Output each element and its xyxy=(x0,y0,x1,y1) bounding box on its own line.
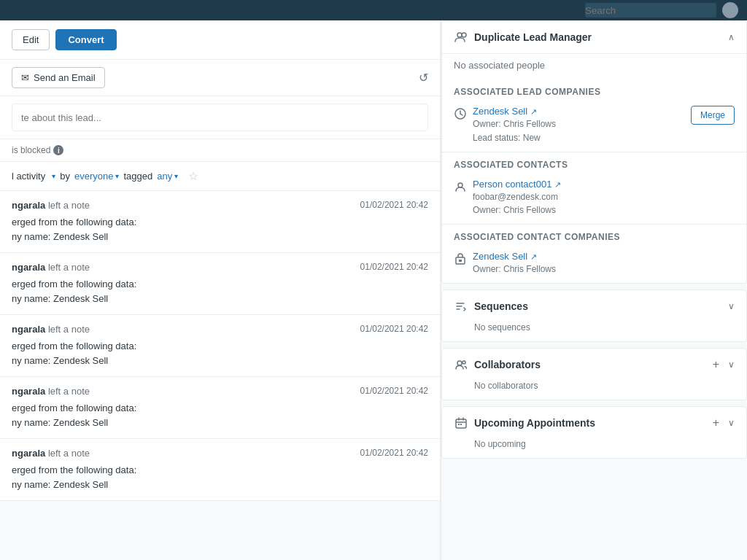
contact-row: Person contact001 ↗ foobar@zendesk.com O… xyxy=(442,174,746,225)
contact-company-row: Zendesk Sell ↗ Owner: Chris Fellows xyxy=(442,246,746,283)
lead-company-owner: Owner: Chris Fellows xyxy=(473,118,556,131)
no-collaborators: No collaborators xyxy=(442,381,746,400)
contact-company-details: Zendesk Sell ↗ Owner: Chris Fellows xyxy=(473,251,556,276)
collaborators-add-icon[interactable]: + xyxy=(713,358,719,371)
contact-company-external-link-icon: ↗ xyxy=(530,252,537,261)
send-email-label: Send an Email xyxy=(34,72,96,83)
associated-lead-companies-label: Associated lead companies xyxy=(442,79,746,101)
contact-company-name[interactable]: Zendesk Sell ↗ xyxy=(473,251,556,262)
lead-company-row: Zendesk Sell ↗ Owner: Chris Fellows Lead… xyxy=(442,101,746,152)
activity-by: by xyxy=(60,171,70,182)
activity-header: ngarala left a note 01/02/2021 20:42 xyxy=(12,386,428,397)
activity-timestamp: 01/02/2021 20:42 xyxy=(360,200,428,210)
contact-name[interactable]: Person contact001 ↗ xyxy=(473,179,561,190)
edit-button[interactable]: Edit xyxy=(12,29,50,50)
svg-point-6 xyxy=(457,361,462,365)
activity-feed: ngarala left a note 01/02/2021 20:42 erg… xyxy=(0,191,440,560)
right-panel: Duplicate Lead Manager ∧ No associated p… xyxy=(441,20,747,560)
activity-header: ngarala left a note 01/02/2021 20:42 xyxy=(12,262,428,273)
svg-point-7 xyxy=(462,361,465,364)
sequences-header[interactable]: Sequences ∨ xyxy=(442,290,746,322)
action-row: ✉ Send an Email ↺ xyxy=(0,60,440,96)
tagged-label: any xyxy=(157,171,172,182)
activity-author: ngarala left a note xyxy=(12,386,90,397)
activity-body: erged from the following data:ny name: Z… xyxy=(12,401,428,429)
activity-author: ngarala left a note xyxy=(12,448,90,459)
associated-contacts-label: Associated contacts xyxy=(442,152,746,174)
no-associated-people: No associated people xyxy=(442,54,746,79)
convert-button[interactable]: Convert xyxy=(55,29,116,50)
merge-button[interactable]: Merge xyxy=(691,106,735,125)
appointments-chevron-icon[interactable]: ∨ xyxy=(728,418,735,428)
chevron-down-icon-3: ▾ xyxy=(174,172,178,180)
chevron-down-icon-2: ▾ xyxy=(115,172,119,180)
avatar xyxy=(722,2,738,18)
activity-line: ny name: Zendesk Sell xyxy=(12,354,428,368)
activity-item: ngarala left a note 01/02/2021 20:42 erg… xyxy=(0,439,440,501)
collaborators-icon xyxy=(454,357,468,372)
top-nav xyxy=(0,0,747,20)
associated-contact-companies-label: Associated contact companies xyxy=(442,225,746,246)
duplicate-lead-manager-title: Duplicate Lead Manager xyxy=(474,31,722,43)
activity-type: left a note xyxy=(48,448,90,459)
activity-line: ny name: Zendesk Sell xyxy=(12,416,428,430)
sequences-title: Sequences xyxy=(474,300,722,312)
everyone-dropdown[interactable]: everyone ▾ xyxy=(74,171,119,182)
activity-prefix: l activity xyxy=(12,171,45,182)
activity-body: erged from the following data:ny name: Z… xyxy=(12,215,428,244)
contact-email: foobar@zendesk.com xyxy=(473,191,561,203)
activity-line: erged from the following data: xyxy=(12,463,428,478)
activity-body: erged from the following data:ny name: Z… xyxy=(12,463,428,491)
blocked-notice: is blocked i xyxy=(0,139,440,162)
no-sequences: No sequences xyxy=(442,322,746,341)
chevron-down-icon: ▾ xyxy=(52,172,55,180)
svg-point-3 xyxy=(458,183,462,187)
activity-line: erged from the following data: xyxy=(12,401,428,416)
activity-body: erged from the following data:ny name: Z… xyxy=(12,277,428,306)
appointments-add-icon[interactable]: + xyxy=(713,416,719,429)
activity-author: ngarala left a note xyxy=(12,324,90,335)
everyone-label: everyone xyxy=(74,171,113,182)
activity-item: ngarala left a note 01/02/2021 20:42 erg… xyxy=(0,315,440,377)
note-input-area xyxy=(0,96,440,139)
main-container: Edit Convert ✉ Send an Email ↺ is blocke… xyxy=(0,20,747,560)
lead-company-icon xyxy=(454,107,467,120)
contact-external-link-icon: ↗ xyxy=(554,180,561,189)
svg-rect-9 xyxy=(458,424,460,425)
contact-details: Person contact001 ↗ foobar@zendesk.com O… xyxy=(473,179,561,217)
activity-filter: l activity ▾ by everyone ▾ tagged any ▾ … xyxy=(0,162,440,191)
activity-type: left a note xyxy=(48,386,90,397)
sequences-chevron-icon[interactable]: ∨ xyxy=(728,301,735,311)
activity-item: ngarala left a note 01/02/2021 20:42 erg… xyxy=(0,253,440,315)
activity-line: ny name: Zendesk Sell xyxy=(12,230,428,244)
activity-header: ngarala left a note 01/02/2021 20:42 xyxy=(12,200,428,211)
send-email-button[interactable]: ✉ Send an Email xyxy=(12,67,105,88)
left-panel: Edit Convert ✉ Send an Email ↺ is blocke… xyxy=(0,20,441,560)
contact-company-owner: Owner: Chris Fellows xyxy=(473,263,556,276)
duplicate-lead-chevron-up-icon[interactable]: ∧ xyxy=(728,32,735,42)
collaborators-chevron-icon[interactable]: ∨ xyxy=(728,359,735,370)
refresh-button[interactable]: ↺ xyxy=(419,71,428,85)
star-icon[interactable]: ☆ xyxy=(188,169,198,183)
activity-tagged: tagged xyxy=(123,171,152,182)
blocked-text: is blocked xyxy=(12,145,50,155)
activity-filter-dropdown[interactable]: ▾ xyxy=(50,172,55,180)
toolbar: Edit Convert xyxy=(0,20,440,60)
activity-type: left a note xyxy=(48,324,90,335)
duplicate-lead-manager-section: Duplicate Lead Manager ∧ No associated p… xyxy=(441,20,747,284)
search-input[interactable] xyxy=(585,3,716,18)
upcoming-appointments-header[interactable]: Upcoming Appointments + ∨ xyxy=(442,407,746,439)
collaborators-header[interactable]: Collaborators + ∨ xyxy=(442,349,746,381)
duplicate-lead-manager-header[interactable]: Duplicate Lead Manager ∧ xyxy=(442,21,746,54)
tagged-dropdown[interactable]: any ▾ xyxy=(157,171,178,182)
svg-point-0 xyxy=(457,33,462,37)
upcoming-appointments-title: Upcoming Appointments xyxy=(474,417,707,429)
svg-point-1 xyxy=(462,33,466,37)
lead-company-name[interactable]: Zendesk Sell ↗ xyxy=(473,106,556,117)
collaborators-section: Collaborators + ∨ No collaborators xyxy=(441,348,747,400)
activity-timestamp: 01/02/2021 20:42 xyxy=(360,448,428,458)
contact-company-icon xyxy=(454,252,467,265)
sequences-icon xyxy=(454,299,468,314)
activity-line: erged from the following data: xyxy=(12,339,428,354)
note-input[interactable] xyxy=(12,104,428,131)
